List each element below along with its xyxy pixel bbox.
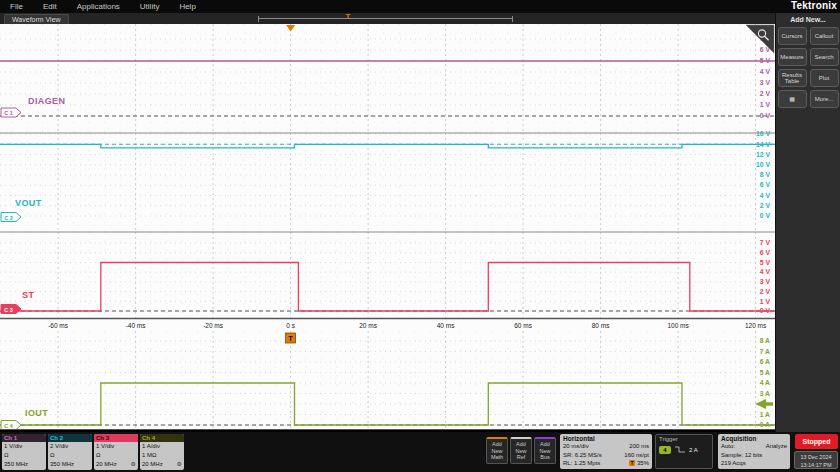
horizontal-badge[interactable]: Horizontal 20 ms/div 200 ms SR: 6.25 MS/… <box>560 434 652 469</box>
horizontal-title: Horizontal <box>563 435 649 442</box>
svg-text:3 A: 3 A <box>760 390 770 397</box>
svg-text:6 V: 6 V <box>760 181 771 188</box>
probe-icon: ⚙ <box>131 460 136 469</box>
svg-text:0 s: 0 s <box>286 322 295 329</box>
trigger-badge[interactable]: Trigger 4 2 A <box>655 434 713 469</box>
results-table-button[interactable]: Results Table <box>778 69 807 87</box>
svg-text:8 A: 8 A <box>760 337 770 344</box>
svg-text:DIAGEN: DIAGEN <box>28 96 65 106</box>
svg-text:T: T <box>288 334 293 343</box>
time: 13:14:17 PM <box>795 461 837 469</box>
svg-text:C 4: C 4 <box>4 423 14 429</box>
menu-utility[interactable]: Utility <box>140 2 160 11</box>
menu-bar: File Edit Applications Utility Help <box>0 0 840 13</box>
svg-text:8 V: 8 V <box>760 171 771 178</box>
svg-text:4 V: 4 V <box>760 192 771 199</box>
svg-text:2 V: 2 V <box>760 90 771 97</box>
svg-text:20 ms: 20 ms <box>359 322 377 329</box>
svg-text:C 2: C 2 <box>4 215 13 221</box>
waveform-view-area[interactable]: 7 V6 V5 V4 V3 V2 V1 V0 VDIAGENC 116 V14 … <box>0 24 775 430</box>
svg-text:-20 ms: -20 ms <box>203 322 224 329</box>
svg-text:12 V: 12 V <box>756 151 770 158</box>
ch4-header: Ch 4 <box>140 434 184 442</box>
tektronix-logo: Tektronix <box>791 0 837 11</box>
svg-text:100 ms: 100 ms <box>667 322 689 329</box>
svg-text:5 V: 5 V <box>760 259 771 266</box>
svg-text:0 V: 0 V <box>760 212 771 219</box>
add-new-ref-button[interactable]: Add New Ref <box>510 437 532 464</box>
graticule-and-traces: 7 V6 V5 V4 V3 V2 V1 V0 VDIAGENC 116 V14 … <box>0 24 775 430</box>
menu-file[interactable]: File <box>10 2 23 11</box>
svg-text:3 V: 3 V <box>760 79 771 86</box>
ch3-header: Ch 3 <box>94 434 138 442</box>
run-stop-button[interactable]: Stopped <box>795 434 838 449</box>
ch4-scale: 1 A/div <box>140 442 184 451</box>
ch4-termination: 1 MΩ <box>140 451 184 460</box>
svg-text:60 ms: 60 ms <box>514 322 532 329</box>
ch1-scale: 1 V/div <box>2 442 46 451</box>
svg-text:10 V: 10 V <box>756 161 770 168</box>
ch3-scale: 1 V/div <box>94 442 138 451</box>
channel-badge-ch4[interactable]: Ch 4 1 A/div 1 MΩ 20 MHz⚙ <box>140 434 184 470</box>
acquisition-badge[interactable]: Acquisition Auto: Analyze Sample: 12 bit… <box>718 434 790 469</box>
sample-resolution: 160 ns/pt <box>624 451 649 460</box>
menu-applications[interactable]: Applications <box>77 2 120 11</box>
horizontal-scale: 20 ms/div <box>563 442 589 451</box>
search-button[interactable]: Search <box>810 48 839 66</box>
svg-text:40 ms: 40 ms <box>437 322 455 329</box>
sample-rate: SR: 6.25 MS/s <box>563 451 602 460</box>
record-length: RL: 1.25 Mpts <box>563 459 600 468</box>
ch1-header: Ch 1 <box>2 434 46 442</box>
tab-waveform-view[interactable]: Waveform View <box>4 14 69 24</box>
ch2-bandwidth: 350 MHz⚙ <box>48 460 92 469</box>
svg-text:7 A: 7 A <box>760 348 770 355</box>
status-bar: Ch 1 1 V/div Ω 350 MHz⚙ Ch 2 2 V/div Ω 3… <box>0 432 840 472</box>
svg-text:1 A: 1 A <box>760 411 770 418</box>
acquisition-count: 219 Acqs <box>721 459 746 468</box>
cursors-button[interactable]: Cursors <box>778 27 807 45</box>
results-grid-icon[interactable]: ▦ <box>778 90 807 108</box>
svg-text:4 V: 4 V <box>760 268 771 275</box>
record-minimap-scrollbar[interactable] <box>258 18 513 19</box>
svg-text:IOUT: IOUT <box>25 408 48 418</box>
svg-text:4 A: 4 A <box>760 379 770 386</box>
menu-help[interactable]: Help <box>179 2 195 11</box>
ch3-bandwidth: 20 MHz⚙ <box>94 460 138 469</box>
acquisition-mode-value: Analyze <box>766 442 787 451</box>
add-new-math-button[interactable]: Add New Math <box>486 437 508 464</box>
svg-text:1 V: 1 V <box>760 298 771 305</box>
channel-badge-ch1[interactable]: Ch 1 1 V/div Ω 350 MHz⚙ <box>2 434 46 470</box>
minimap-trigger-marker[interactable]: T <box>344 12 352 21</box>
trigger-position: T35% <box>629 459 649 468</box>
svg-text:4 V: 4 V <box>760 68 771 75</box>
plot-button[interactable]: Plot <box>810 69 839 87</box>
ch1-bandwidth: 350 MHz⚙ <box>2 460 46 469</box>
menu-edit[interactable]: Edit <box>43 2 57 11</box>
measure-button[interactable]: Measure <box>778 48 807 66</box>
channel-badge-ch3[interactable]: Ch 3 1 V/div Ω 20 MHz⚙ <box>94 434 138 470</box>
svg-text:6 A: 6 A <box>760 358 770 365</box>
acquisition-sample: Sample: 12 bits <box>721 451 762 460</box>
svg-text:1 V: 1 V <box>760 101 771 108</box>
svg-text:-40 ms: -40 ms <box>126 322 147 329</box>
more-button[interactable]: More... <box>810 90 839 108</box>
datetime-display: 13 Dec 2024 13:14:17 PM <box>794 451 838 469</box>
channel-badge-ch2[interactable]: Ch 2 2 V/div Ω 350 MHz⚙ <box>48 434 92 470</box>
probe-icon: ⚙ <box>177 460 182 469</box>
svg-text:2 V: 2 V <box>760 202 771 209</box>
date: 13 Dec 2024 <box>795 453 837 461</box>
trigger-position-icon: T <box>629 460 635 466</box>
trigger-source-chip: 4 <box>659 446 671 454</box>
ch1-termination: Ω <box>2 451 46 460</box>
svg-text:16 V: 16 V <box>756 130 770 137</box>
ch4-bandwidth: 20 MHz⚙ <box>140 460 184 469</box>
svg-text:C 1: C 1 <box>4 110 13 116</box>
svg-text:ST: ST <box>22 290 34 300</box>
svg-text:2 V: 2 V <box>760 288 771 295</box>
ch2-header: Ch 2 <box>48 434 92 442</box>
svg-text:VOUT: VOUT <box>15 198 42 208</box>
callout-button[interactable]: Callout <box>810 27 839 45</box>
side-panel: Add New... Cursors Callout Measure Searc… <box>775 13 840 432</box>
svg-text:120 ms: 120 ms <box>745 322 767 329</box>
add-new-bus-button[interactable]: Add New Bus <box>534 437 556 464</box>
